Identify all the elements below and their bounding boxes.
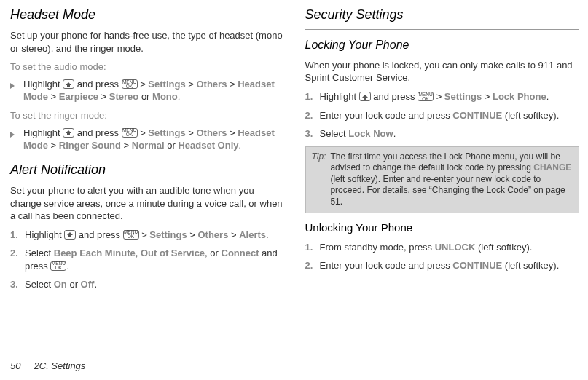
headset-intro: Set up your phone for hands-free use, th… <box>10 29 285 55</box>
heading-security-settings: Security Settings <box>305 6 580 23</box>
tip-content: The first time you access the Lock Phone… <box>330 151 573 208</box>
divider <box>305 29 580 30</box>
locking-intro: When your phone is locked, you can only … <box>305 59 580 84</box>
alert-intro: Set your phone to alert you with an audi… <box>10 184 285 223</box>
home-icon <box>63 128 74 138</box>
heading-locking-phone: Locking Your Phone <box>305 37 580 53</box>
audio-mode-label: To set the audio mode: <box>10 60 285 74</box>
lock-step-2: 2. Enter your lock code and press CONTIN… <box>305 109 580 122</box>
alert-step-1: 1. Highlight and press MENUOK > Settings… <box>10 229 285 242</box>
heading-unlocking-phone: Unlocking Your Phone <box>305 221 580 235</box>
home-icon <box>63 79 74 89</box>
section-name: 2C. Settings <box>34 360 86 371</box>
page-footer: 50 2C. Settings <box>10 360 85 373</box>
lock-step-1: 1. Highlight and press MENUOK > Settings… <box>305 90 580 103</box>
ringer-mode-step: Highlight and press MENUOK > Settings > … <box>10 127 285 152</box>
page-number: 50 <box>10 360 20 371</box>
heading-headset-mode: Headset Mode <box>10 6 285 23</box>
home-icon <box>359 92 371 101</box>
unlock-step-1: 1. From standby mode, press UNLOCK (left… <box>305 241 580 254</box>
audio-mode-step: Highlight and press MENUOK > Settings > … <box>10 78 285 103</box>
tip-box: Tip: The first time you access the Lock … <box>305 146 580 213</box>
menu-ok-icon: MENUOK <box>122 79 138 89</box>
heading-alert-notification: Alert Notification <box>10 161 285 178</box>
menu-ok-icon: MENUOK <box>123 230 139 240</box>
lock-step-3: 3. Select Lock Now. <box>305 127 580 140</box>
menu-ok-icon: MENUOK <box>418 92 434 101</box>
left-column: Headset Mode Set up your phone for hands… <box>10 6 285 297</box>
bullet-icon <box>10 83 15 89</box>
alert-step-2: 2. Select Beep Each Minute, Out of Servi… <box>10 247 285 272</box>
tip-label: Tip: <box>312 151 326 208</box>
menu-ok-icon: MENUOK <box>122 128 138 138</box>
home-icon <box>64 230 76 240</box>
unlock-step-2: 2. Enter your lock code and press CONTIN… <box>305 259 580 272</box>
ringer-mode-label: To set the ringer mode: <box>10 109 285 122</box>
right-column: Security Settings Locking Your Phone Whe… <box>305 6 580 297</box>
bullet-icon <box>10 132 15 138</box>
menu-ok-icon: MENUOK <box>50 261 66 271</box>
alert-step-3: 3. Select On or Off. <box>10 278 285 291</box>
